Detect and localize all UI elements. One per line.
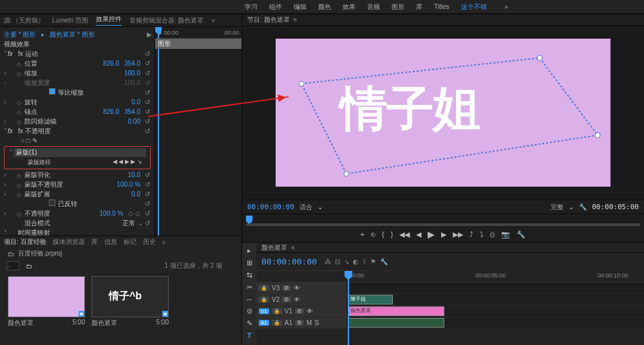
playhead-icon[interactable]	[348, 271, 349, 345]
prop-rotation[interactable]: › 旋转 0.0 ↺	[0, 97, 155, 107]
dropdown-icon[interactable]: ⌄	[569, 203, 574, 210]
in-icon[interactable]: {	[382, 230, 384, 238]
effect-timeline[interactable]: ▶ 00:00 00:00 图形	[155, 27, 242, 236]
new-bin-icon[interactable]: 🗀	[26, 263, 32, 270]
nav-edit[interactable]: 编辑	[294, 3, 307, 12]
fx-opacity[interactable]: ˅fx fx 不透明度 ↺	[0, 126, 155, 136]
checkbox-icon	[49, 200, 55, 206]
add-marker-icon[interactable]: +	[361, 230, 365, 238]
linked-icon[interactable]: ⊟	[335, 258, 340, 265]
zoom-fit[interactable]: 适合	[299, 203, 312, 212]
razor-icon[interactable]: ✂	[247, 283, 252, 292]
prop-blend[interactable]: 混合模式 正常 ⌄ ↺	[0, 218, 155, 228]
go-out-icon[interactable]: ▶▶	[453, 230, 463, 239]
program-monitor[interactable]: 情子姐	[242, 26, 644, 200]
nav-overflow-icon[interactable]: »	[505, 3, 509, 10]
flag-icon[interactable]: ⚑	[370, 258, 376, 265]
nav-effects[interactable]: 效果	[343, 3, 355, 12]
dropdown-icon[interactable]: ⌄	[317, 203, 323, 210]
playhead-icon[interactable]	[158, 27, 159, 236]
project-item[interactable]: ■ 颜色遮罩5:00	[8, 276, 85, 329]
tab-info[interactable]: 信息	[104, 238, 117, 247]
tab-lib[interactable]: 库	[91, 238, 98, 247]
nav-assembly[interactable]: 组件	[269, 3, 282, 12]
export-frame-icon[interactable]: ⎙	[490, 230, 495, 238]
mask-shape-tools[interactable]: ○ □ ✎	[0, 136, 155, 145]
marker-icon[interactable]: ↘	[344, 258, 349, 265]
prop-opacity-val[interactable]: › 不透明度 100.0 % ◇ ◇ ↺	[0, 209, 155, 218]
nav-graphics[interactable]: 图形	[392, 3, 404, 12]
clip-v1[interactable]: 颜色遮罩	[348, 306, 444, 316]
ripple-icon[interactable]: ⇆	[247, 271, 252, 279]
panel-menu-icon[interactable]: ≡	[291, 244, 295, 251]
tab-audio-mixer[interactable]: 音频剪辑混合器: 颜色遮罩	[129, 16, 204, 25]
cc-icon[interactable]: ᛒ	[363, 258, 366, 265]
prop-uniform[interactable]: 等比缩放 ↺	[0, 88, 155, 97]
prop-scale[interactable]: › 缩放 100.0 ↺	[0, 68, 155, 78]
slip-icon[interactable]: ↔	[246, 295, 253, 303]
track-select-icon[interactable]: ⊞	[247, 259, 252, 267]
prop-mask-opacity[interactable]: › 蒙版不透明度 100.0 % ↺	[0, 180, 155, 189]
clip-a1[interactable]	[348, 318, 444, 328]
tab-markers[interactable]: 标记	[124, 238, 137, 247]
settings-icon[interactable]: 🔧	[380, 258, 388, 265]
search-input[interactable]	[6, 261, 19, 270]
settings-icon[interactable]: 🔧	[579, 203, 587, 210]
nav-library[interactable]: 库	[416, 3, 422, 12]
mark-in-icon[interactable]: ⎋	[371, 230, 375, 238]
tab-lumetri[interactable]: Lumetri 范围	[52, 16, 88, 25]
timeline-timecode[interactable]: 00:00:00:00	[261, 257, 317, 266]
fx-motion[interactable]: ˅fx fx 运动 ↺	[0, 49, 155, 59]
nav-titles[interactable]: Titles	[434, 3, 450, 10]
prop-anchor[interactable]: 锚点 826.0 354.0 ↺	[0, 107, 155, 117]
track-a1[interactable]: A1🔒A1🖹MS	[256, 317, 644, 329]
tab-source[interactable]: 源:（无剪辑）	[4, 16, 44, 25]
step-back-icon[interactable]: ◀	[416, 230, 421, 239]
tab-history[interactable]: 历史	[143, 238, 156, 247]
sequence-name[interactable]: 颜色遮罩	[261, 243, 287, 252]
pen-icon[interactable]: ⊘	[247, 307, 252, 315]
play-icon[interactable]: ▶	[428, 229, 435, 239]
effect-clip-bar[interactable]: 图形	[155, 39, 242, 49]
tab-effect-controls[interactable]: 效果控件	[96, 15, 122, 26]
prop-mask-expand[interactable]: › 蒙版扩展 0.0 ↺	[0, 189, 155, 199]
fx-timeremap[interactable]: ˅ 时间重映射	[0, 228, 155, 236]
prop-mask-feather[interactable]: › 蒙版羽化 10.0 ↺	[0, 170, 155, 180]
track-v2[interactable]: 🔒V2🖹👁 情子姐	[256, 294, 644, 306]
proj-tabs-overflow-icon[interactable]: »	[162, 239, 166, 246]
sync-icon[interactable]: ◐	[353, 258, 359, 265]
extract-icon[interactable]: ⤵	[480, 230, 484, 238]
prop-inverted[interactable]: 已反转 ↺	[0, 199, 155, 209]
mask-outline[interactable]	[295, 58, 604, 180]
prop-position[interactable]: 位置 826.0 354.0 ↺	[0, 59, 155, 68]
nav-audio[interactable]: 音频	[367, 3, 380, 12]
clip-v2[interactable]: 情子姐	[348, 295, 393, 304]
step-fwd-icon[interactable]: ▶	[441, 230, 446, 239]
mask-item[interactable]: ˅ 蒙版(1) 蒙版路径 ◀ ◀ ▶ ▶ ↘	[4, 146, 151, 169]
selection-tool-icon[interactable]: ▸	[247, 247, 251, 255]
mask-path-row[interactable]: 蒙版路径 ◀ ◀ ▶ ▶ ↘	[6, 157, 149, 168]
nav-color[interactable]: 颜色	[318, 3, 331, 12]
tab-media[interactable]: 媒体浏览器	[53, 238, 85, 247]
out-icon[interactable]: }	[391, 230, 393, 238]
tab-project[interactable]: 项目: 百度经验	[4, 238, 46, 247]
source-tabs-overflow-icon[interactable]: »	[211, 17, 215, 24]
resolution[interactable]: 完整	[551, 203, 564, 212]
snap-icon[interactable]: ⁂	[325, 258, 331, 265]
hand-icon[interactable]: ✎	[247, 319, 252, 328]
track-v1[interactable]: V1🔒V1🖹👁 颜色遮罩	[256, 306, 644, 317]
panel-menu-icon[interactable]: ≡	[294, 16, 298, 23]
camera-icon[interactable]: 📷	[501, 230, 510, 239]
type-tool-icon[interactable]: T	[247, 331, 252, 339]
project-item[interactable]: 情子^b■ 颜色遮罩5:00	[91, 276, 169, 329]
nav-custom[interactable]: 这个不错	[461, 3, 487, 12]
current-timecode[interactable]: 00:00:00:00	[247, 203, 294, 211]
track-v3[interactable]: 🔒V3🖹👁	[256, 283, 644, 294]
go-in-icon[interactable]: ◀◀	[399, 230, 410, 239]
prop-antiflicker[interactable]: › 防闪烁滤镜 0.00 ↺	[0, 117, 155, 126]
lift-icon[interactable]: ⤴	[469, 230, 473, 238]
button-editor-icon[interactable]: 🔧	[516, 230, 526, 239]
nav-learn[interactable]: 学习	[245, 3, 258, 12]
program-scrubber[interactable]	[242, 214, 644, 227]
timeline-ruler[interactable]: :00:00 00:00:05:00 00:00:10:00	[256, 271, 644, 283]
